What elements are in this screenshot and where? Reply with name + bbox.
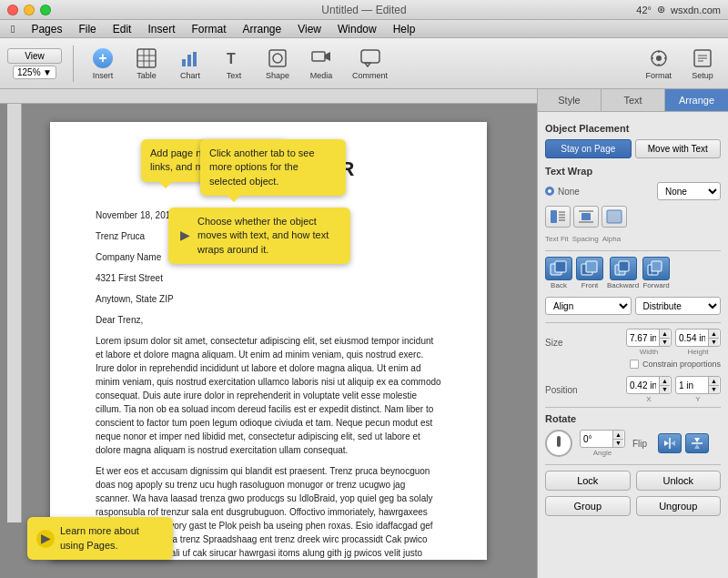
height-input[interactable]: ▲ ▼ bbox=[675, 329, 721, 347]
width-value[interactable] bbox=[627, 333, 659, 343]
divider-1 bbox=[545, 250, 721, 251]
zoom-field[interactable]: 125% ▼ bbox=[13, 66, 56, 79]
tooltip-arrow-icon: ▶ bbox=[176, 227, 194, 245]
media-button[interactable]: Media bbox=[303, 44, 339, 84]
x-input[interactable]: ▲ ▼ bbox=[626, 376, 672, 394]
x-increment[interactable]: ▲ bbox=[660, 377, 670, 386]
position-label: Position bbox=[545, 385, 600, 395]
chart-button[interactable]: Chart bbox=[172, 44, 208, 84]
svg-point-20 bbox=[656, 56, 662, 61]
shape-button[interactable]: Shape bbox=[259, 44, 296, 84]
width-stepper[interactable]: ▲ ▼ bbox=[659, 330, 670, 346]
body-paragraph-1: Lorem ipsum dolor sit amet, consectetur … bbox=[96, 334, 441, 457]
forward-label: Forward bbox=[642, 281, 669, 289]
close-button[interactable] bbox=[7, 5, 18, 15]
x-label: X bbox=[646, 395, 651, 403]
front-icon bbox=[576, 257, 603, 280]
y-value[interactable] bbox=[676, 380, 708, 390]
align-select[interactable]: Align bbox=[545, 297, 632, 315]
right-panel: Style Text Arrange Object Placement Stay… bbox=[537, 89, 728, 578]
menu-view[interactable]: View bbox=[290, 21, 329, 37]
constrain-checkbox[interactable] bbox=[630, 360, 639, 369]
tooltip-learn-more[interactable]: ▶ Learn more about using Pages. bbox=[27, 517, 173, 560]
insert-button[interactable]: + Insert bbox=[85, 44, 121, 84]
x-decrement[interactable]: ▼ bbox=[660, 386, 670, 394]
tab-arrange[interactable]: Arrange bbox=[665, 89, 728, 111]
maximize-button[interactable] bbox=[40, 5, 51, 15]
back-button[interactable]: Back bbox=[545, 257, 572, 289]
y-stepper[interactable]: ▲ ▼ bbox=[708, 377, 719, 393]
tab-style[interactable]: Style bbox=[538, 89, 602, 111]
svg-rect-0 bbox=[137, 49, 156, 67]
minimize-button[interactable] bbox=[24, 5, 35, 15]
app-name-menu[interactable]: Pages bbox=[24, 21, 69, 37]
table-button[interactable]: Table bbox=[128, 44, 165, 84]
angle-increment[interactable]: ▲ bbox=[613, 431, 623, 440]
width-decrement[interactable]: ▼ bbox=[660, 339, 670, 347]
apple-menu[interactable]:  bbox=[4, 21, 22, 37]
height-decrement[interactable]: ▼ bbox=[709, 339, 719, 347]
spacing-button[interactable] bbox=[573, 206, 599, 228]
svg-rect-37 bbox=[586, 261, 597, 272]
y-input[interactable]: ▲ ▼ bbox=[675, 376, 721, 394]
back-label: Back bbox=[551, 281, 567, 289]
rotate-dial-indicator bbox=[557, 436, 561, 447]
unlock-button[interactable]: Unlock bbox=[636, 471, 722, 491]
y-field-group: ▲ ▼ Y bbox=[675, 376, 721, 403]
text-fit-label-col: Text Fit bbox=[545, 235, 569, 243]
menu-arrange[interactable]: Arrange bbox=[235, 21, 288, 37]
ungroup-button[interactable]: Ungroup bbox=[636, 496, 722, 516]
y-increment[interactable]: ▲ bbox=[709, 377, 719, 386]
menu-insert[interactable]: Insert bbox=[140, 21, 182, 37]
angle-stepper[interactable]: ▲ ▼ bbox=[612, 431, 623, 447]
wrap-none-select[interactable]: None Around Above/Below bbox=[657, 182, 721, 200]
toolbar-divider-1 bbox=[73, 46, 74, 82]
forward-button[interactable]: ↑ Forward bbox=[642, 257, 670, 289]
height-increment[interactable]: ▲ bbox=[709, 330, 719, 339]
front-button[interactable]: Front bbox=[576, 257, 603, 289]
text-button[interactable]: T Text bbox=[216, 44, 252, 84]
rotate-dial[interactable] bbox=[545, 430, 572, 457]
setup-button[interactable]: Setup bbox=[684, 44, 721, 84]
width-increment[interactable]: ▲ bbox=[660, 330, 670, 339]
format-button[interactable]: Format bbox=[640, 44, 677, 84]
menu-help[interactable]: Help bbox=[386, 21, 423, 37]
traffic-lights[interactable] bbox=[7, 5, 51, 15]
wrap-none-radio[interactable] bbox=[545, 187, 554, 196]
distribute-select[interactable]: Distribute bbox=[635, 297, 722, 315]
svg-rect-7 bbox=[193, 52, 197, 66]
divider-2 bbox=[545, 322, 721, 323]
flip-vertical-button[interactable] bbox=[685, 433, 709, 453]
svg-text:↑: ↑ bbox=[650, 268, 654, 277]
group-button[interactable]: Group bbox=[545, 496, 631, 516]
x-value[interactable] bbox=[627, 380, 659, 390]
width-label: Width bbox=[640, 348, 658, 356]
menu-edit[interactable]: Edit bbox=[106, 21, 139, 37]
menu-window[interactable]: Window bbox=[330, 21, 384, 37]
y-decrement[interactable]: ▼ bbox=[709, 386, 719, 394]
comment-button[interactable]: Comment bbox=[347, 44, 393, 84]
angle-value[interactable] bbox=[581, 434, 612, 444]
height-stepper[interactable]: ▲ ▼ bbox=[708, 330, 719, 346]
stay-on-page-button[interactable]: Stay on Page bbox=[545, 139, 632, 158]
x-stepper[interactable]: ▲ ▼ bbox=[659, 377, 670, 393]
flip-horizontal-button[interactable] bbox=[658, 433, 682, 453]
height-value[interactable] bbox=[676, 333, 708, 343]
angle-decrement[interactable]: ▼ bbox=[613, 440, 623, 448]
text-icon: T bbox=[223, 47, 245, 69]
backward-button[interactable]: ↓ Backward bbox=[607, 257, 639, 289]
move-with-text-button[interactable]: Move with Text bbox=[635, 139, 722, 158]
width-input[interactable]: ▲ ▼ bbox=[626, 329, 672, 347]
menu-format[interactable]: Format bbox=[184, 21, 233, 37]
lock-button[interactable]: Lock bbox=[545, 471, 631, 491]
tab-text[interactable]: Text bbox=[602, 89, 665, 111]
angle-input[interactable]: ▲ ▼ bbox=[580, 430, 625, 448]
alpha-button[interactable] bbox=[602, 206, 627, 228]
shape-icon bbox=[267, 47, 288, 69]
view-button[interactable]: View bbox=[7, 48, 62, 64]
menu-file[interactable]: File bbox=[71, 21, 103, 37]
document-area[interactable]: FROM THE DESK OF URNA SEMPER November 18… bbox=[0, 89, 537, 578]
svg-rect-13 bbox=[361, 50, 379, 63]
text-fit-button[interactable] bbox=[545, 206, 571, 228]
window-title: Untitled — Edited bbox=[321, 4, 406, 16]
